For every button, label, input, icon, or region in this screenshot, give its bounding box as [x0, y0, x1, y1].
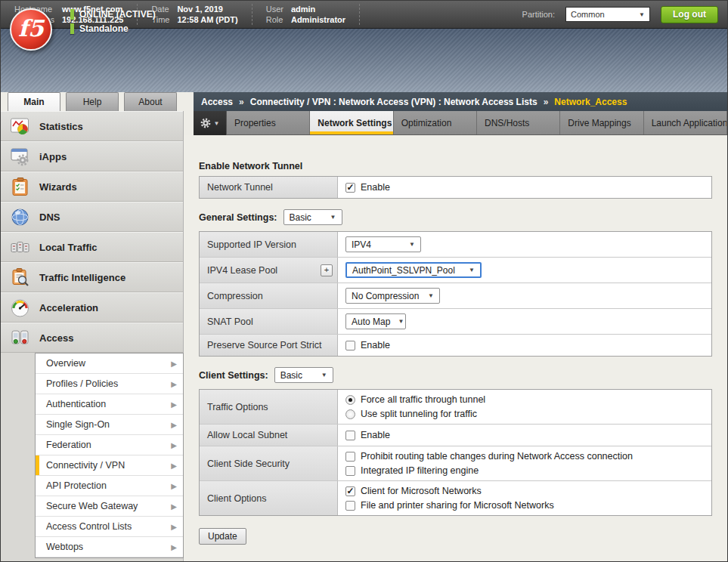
dns-globe-icon [10, 207, 30, 227]
client-for-microsoft-networks-checkbox[interactable] [345, 486, 355, 496]
allow-local-subnet-checkbox[interactable] [345, 431, 355, 440]
client-settings-header: Client Settings: Basic ▼ [199, 367, 711, 383]
sidebar-item-label: Statistics [39, 121, 83, 132]
submenu-item-single-sign-on[interactable]: Single Sign-On▶ [36, 415, 183, 435]
table-row: IPV4 Lease Pool + AuthPoint_SSLVPN_Pool … [200, 258, 711, 283]
sidebar-item-local-traffic[interactable]: Local Traffic [1, 232, 183, 262]
chevron-down-icon: ▼ [214, 120, 220, 127]
tab-main[interactable]: Main [8, 92, 60, 111]
tab-launch-applications[interactable]: Launch Applications [644, 111, 727, 134]
sidebar-item-wizards[interactable]: Wizards [1, 171, 183, 202]
chevron-right-icon: ▶ [171, 360, 177, 368]
supported-ip-version-label: Supported IP Version [200, 232, 338, 257]
date-value: Nov 1, 2019 [177, 5, 237, 14]
tab-about[interactable]: About [124, 92, 177, 111]
submenu-item-access-control-lists[interactable]: Access Control Lists▶ [36, 517, 183, 537]
file-printer-sharing-checkbox[interactable] [345, 501, 355, 511]
compression-select[interactable]: No Compression ▼ [345, 288, 440, 304]
chevron-right-icon: ▶ [171, 502, 177, 511]
partition-select[interactable]: Common ▼ [565, 7, 650, 22]
update-button[interactable]: Update [199, 528, 246, 545]
checkbox-label: Enable [361, 430, 390, 440]
checkbox-label: Integrated IP filtering engine [361, 465, 479, 476]
client-settings-table: Traffic Options Force all traffic throug… [199, 389, 712, 516]
ipv4-lease-pool-select[interactable]: AuthPoint_SSLVPN_Pool ▼ [345, 262, 482, 278]
submenu-item-authentication[interactable]: Authentication▶ [36, 394, 183, 415]
f5-logo[interactable]: f5 [10, 8, 52, 51]
tab-network-settings[interactable]: Network Settings [310, 111, 393, 134]
sidebar: Statistics iApps Wizards [1, 111, 184, 561]
client-settings-mode-select[interactable]: Basic ▼ [274, 367, 333, 383]
submenu-item-profiles-policies[interactable]: Profiles / Policies▶ [36, 374, 183, 394]
tab-drive-mappings[interactable]: Drive Mappings [560, 111, 643, 134]
force-all-traffic-radio[interactable] [345, 395, 355, 405]
logout-button[interactable]: Log out [661, 6, 718, 23]
gear-icon [200, 118, 211, 128]
breadcrumb-current[interactable]: Network_Access [554, 97, 627, 107]
submenu-item-federation[interactable]: Federation▶ [36, 435, 183, 455]
allow-local-subnet-label: Allow Local Subnet [200, 425, 338, 446]
network-tunnel-enable-checkbox[interactable] [345, 183, 355, 193]
acceleration-gauge-icon [10, 298, 30, 318]
split-tunneling-radio[interactable] [345, 409, 355, 419]
user-label: User [266, 5, 283, 14]
checkbox-label: Prohibit routing table changes during Ne… [361, 451, 633, 462]
page-tab-bar: ▼ Properties Network Settings Optimizati… [194, 111, 727, 135]
sidebar-item-access[interactable]: Access [1, 323, 183, 353]
sidebar-item-traffic-intelligence[interactable]: Traffic Intelligence [1, 262, 183, 292]
tab-optimization[interactable]: Optimization [394, 111, 477, 134]
statistics-chart-icon [10, 116, 30, 137]
compression-label: Compression [200, 283, 338, 308]
breadcrumb-root[interactable]: Access [201, 97, 233, 107]
online-status: ONLINE (ACTIVE) [79, 9, 156, 20]
status-indicator-icon [70, 23, 74, 34]
submenu-item-overview[interactable]: Overview▶ [36, 354, 183, 374]
chevron-down-icon: ▼ [428, 292, 434, 299]
status-indicator-icon [70, 9, 74, 20]
breadcrumb: Access » Connectivity / VPN : Network Ac… [194, 92, 727, 111]
chevron-right-icon: ▶ [171, 380, 177, 388]
topbar-divider [359, 4, 360, 25]
sidebar-item-acceleration[interactable]: Acceleration [1, 292, 183, 323]
table-row: Compression No Compression ▼ [200, 283, 711, 309]
chevron-right-icon: ▶ [171, 482, 177, 490]
partition-value: Common [571, 10, 605, 19]
integrated-ip-filtering-checkbox[interactable] [345, 466, 355, 476]
section-title-enable-network-tunnel: Enable Network Tunnel [199, 161, 711, 171]
chevron-right-icon: ▶ [171, 543, 177, 551]
chevron-right-icon: ▶ [171, 421, 177, 429]
table-row: Preserve Source Port Strict Enable [200, 335, 711, 356]
general-settings-header: General Settings: Basic ▼ [199, 209, 711, 225]
tab-help[interactable]: Help [66, 92, 119, 111]
submenu-item-webtops[interactable]: Webtops▶ [36, 537, 183, 557]
user-value: admin [291, 5, 345, 14]
sidebar-item-statistics[interactable]: Statistics [1, 111, 183, 141]
preserve-source-port-strict-checkbox[interactable] [345, 341, 355, 350]
tab-properties[interactable]: Properties [227, 111, 310, 134]
submenu-item-api-protection[interactable]: API Protection▶ [36, 476, 183, 496]
submenu-item-secure-web-gateway[interactable]: Secure Web Gateway▶ [36, 496, 183, 517]
sidebar-item-iapps[interactable]: iApps [1, 141, 183, 171]
supported-ip-version-select[interactable]: IPV4 ▼ [345, 236, 421, 252]
general-settings-mode-select[interactable]: Basic ▼ [283, 209, 342, 225]
sidebar-item-label: Access [39, 332, 74, 344]
tab-dns-hosts[interactable]: DNS/Hosts [477, 111, 560, 134]
snat-pool-select[interactable]: Auto Map ▼ [345, 313, 406, 329]
role-label: Role [266, 15, 283, 25]
breadcrumb-path[interactable]: Connectivity / VPN : Network Access (VPN… [250, 97, 537, 107]
table-row: Network Tunnel Enable [200, 177, 711, 198]
table-row: Client Side Security Prohibit routing ta… [200, 446, 711, 481]
user-info: User admin Role Administrator [252, 5, 359, 25]
sidebar-item-dns[interactable]: DNS [1, 202, 183, 232]
options-gear-button[interactable]: ▼ [194, 111, 227, 135]
sidebar-item-label: Acceleration [39, 302, 98, 313]
role-value: Administrator [291, 15, 345, 25]
chevron-right-icon: ▶ [171, 441, 177, 449]
prohibit-routing-changes-checkbox[interactable] [345, 452, 355, 462]
table-row: Allow Local Subnet Enable [200, 425, 711, 446]
submenu-item-connectivity-vpn[interactable]: Connectivity / VPN▶ [36, 455, 183, 476]
add-lease-pool-button[interactable]: + [321, 264, 333, 276]
standalone-status: Standalone [79, 23, 129, 34]
traffic-options-label: Traffic Options [200, 390, 338, 424]
brand-banner [1, 29, 727, 92]
